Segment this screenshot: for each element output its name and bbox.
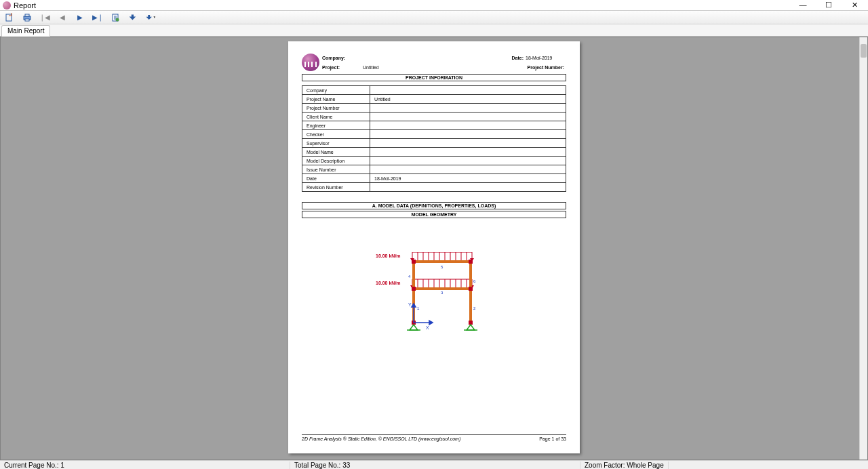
svg-rect-40	[412, 260, 416, 264]
section-project-info: PROJECT INFORMATION	[302, 74, 566, 81]
print-icon[interactable]	[22, 12, 33, 23]
svg-text:3: 3	[441, 291, 443, 295]
toolbar: ❘◀ ◀ ▶ ▶❘	[0, 11, 868, 24]
info-value	[370, 130, 566, 139]
info-value	[370, 139, 566, 148]
hdr-project-value: Untitled	[363, 65, 485, 70]
hdr-projnum-label: Project Number:	[485, 65, 566, 70]
hdr-date-value: 18-Μαϊ-2019	[526, 56, 566, 60]
maximize-button[interactable]: ☐	[822, 1, 835, 9]
info-value	[370, 165, 566, 174]
hdr-date-label: Date:	[485, 56, 526, 60]
minimize-button[interactable]: —	[796, 1, 810, 9]
svg-marker-46	[410, 325, 418, 330]
svg-point-5	[116, 18, 119, 21]
section-model-geometry: MODEL GEOMETRY	[302, 211, 566, 218]
search-icon[interactable]	[127, 12, 138, 23]
axis-y-label: Y	[408, 302, 412, 307]
company-logo	[302, 54, 319, 71]
svg-text:4: 4	[408, 274, 411, 279]
table-row: Model Description	[302, 157, 566, 165]
info-label: Client Name	[302, 113, 370, 121]
table-row: Date18-Μαϊ-2019	[302, 174, 566, 183]
table-row: Issue Number	[302, 165, 566, 174]
table-row: Client Name	[302, 113, 566, 121]
status-current-page: Current Page No.: 1	[0, 462, 290, 469]
project-info-table: CompanyProject NameUntitledProject Numbe…	[302, 85, 566, 192]
last-page-icon[interactable]: ▶❘	[92, 12, 103, 23]
info-value	[370, 183, 566, 192]
window-controls: — ☐ ✕	[796, 1, 861, 9]
page-header: Company: Date: 18-Μαϊ-2019 Project: Unti…	[302, 54, 566, 71]
hdr-company-label: Company:	[322, 56, 363, 60]
svg-text:6: 6	[473, 279, 476, 283]
info-label: Supervisor	[302, 139, 370, 148]
info-label: Project Name	[302, 95, 370, 104]
window-title: Report	[14, 1, 796, 9]
prev-page-icon[interactable]: ◀	[57, 12, 68, 23]
statusbar: Current Page No.: 1 Total Page No.: 33 Z…	[0, 460, 868, 469]
info-value	[370, 148, 566, 157]
zoom-dropdown-icon[interactable]	[145, 12, 156, 23]
info-label: Project Number	[302, 104, 370, 113]
info-value	[370, 157, 566, 165]
svg-rect-43	[469, 287, 473, 291]
load-label-1: 10.00 kN/m	[376, 253, 401, 258]
axis-x-label: X	[426, 325, 429, 330]
info-value: 18-Μαϊ-2019	[370, 174, 566, 183]
info-value	[370, 121, 566, 130]
svg-rect-2	[25, 14, 29, 16]
svg-marker-51	[429, 321, 433, 325]
status-total-pages: Total Page No.: 33	[290, 462, 580, 469]
scrollbar-thumb[interactable]	[861, 44, 867, 58]
table-row: Project NameUntitled	[302, 95, 566, 104]
table-row: Project Number	[302, 104, 566, 113]
info-label: Company	[302, 86, 370, 95]
svg-marker-48	[467, 325, 475, 330]
first-page-icon[interactable]: ❘◀	[39, 12, 50, 23]
svg-text:5: 5	[441, 265, 443, 269]
info-label: Checker	[302, 130, 370, 139]
vertical-scrollbar[interactable]	[859, 37, 867, 460]
frame-svg: Y X 12 34 56	[380, 252, 488, 340]
next-page-icon[interactable]: ▶	[75, 12, 85, 23]
svg-text:1: 1	[417, 306, 420, 310]
section-model-data: A. MODEL DATA (DEFINITIONS, PROPERTIES, …	[302, 202, 566, 209]
tabbar: Main Report	[0, 24, 868, 37]
svg-marker-53	[412, 304, 416, 307]
svg-rect-42	[412, 287, 416, 291]
table-row: Company	[302, 86, 566, 95]
load-label-2: 10.00 kN/m	[376, 281, 401, 285]
info-label: Model Name	[302, 148, 370, 157]
table-row: Model Name	[302, 148, 566, 157]
app-icon	[3, 1, 11, 9]
table-row: Revision Number	[302, 183, 566, 192]
hdr-project-label: Project:	[322, 65, 363, 70]
svg-text:2: 2	[473, 306, 476, 310]
info-label: Date	[302, 174, 370, 183]
info-label: Engineer	[302, 121, 370, 130]
footer-page-num: Page 1 of 33	[539, 436, 566, 441]
table-row: Checker	[302, 130, 566, 139]
report-page: Company: Date: 18-Μαϊ-2019 Project: Unti…	[288, 41, 580, 453]
info-label: Model Description	[302, 157, 370, 165]
info-value: Untitled	[370, 95, 566, 104]
model-diagram: 10.00 kN/m 10.00 kN/m	[380, 252, 488, 340]
export-icon[interactable]	[4, 12, 15, 23]
table-row: Engineer	[302, 121, 566, 130]
info-value	[370, 104, 566, 113]
tab-main-report[interactable]: Main Report	[1, 25, 50, 37]
svg-rect-41	[469, 260, 473, 264]
footer-credit: 2D Frame Analysis ® Static Edition, © EN…	[302, 436, 460, 441]
table-row: Supervisor	[302, 139, 566, 148]
close-button[interactable]: ✕	[848, 1, 861, 9]
page-footer: 2D Frame Analysis ® Static Edition, © EN…	[302, 434, 566, 441]
titlebar: Report — ☐ ✕	[0, 0, 868, 11]
info-value	[370, 86, 566, 95]
info-value	[370, 113, 566, 121]
report-viewer: Company: Date: 18-Μαϊ-2019 Project: Unti…	[0, 37, 868, 460]
info-label: Revision Number	[302, 183, 370, 192]
status-zoom: Zoom Factor: Whole Page	[580, 462, 669, 469]
svg-rect-3	[25, 19, 29, 21]
refresh-icon[interactable]	[110, 12, 121, 23]
